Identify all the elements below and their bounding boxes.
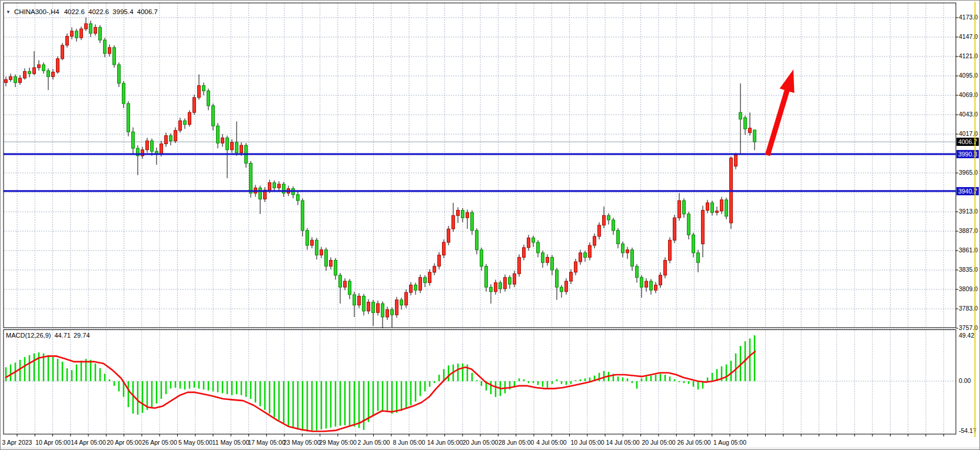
macd-bar [132,381,134,414]
macd-scale-zero: 0.00 [959,377,971,384]
candle [725,200,728,216]
macd-bar [566,381,567,385]
candle [711,203,714,213]
macd-bar [137,381,139,415]
candle [24,71,26,78]
candle [132,132,135,148]
status-strip [1,447,980,450]
macd-bar [636,381,638,389]
candle [504,278,507,289]
macd-bar [283,381,285,423]
candle [532,238,535,242]
candle [330,261,333,266]
time-axis-label: 14 Apr 05:00 [71,439,106,446]
candle [52,72,55,77]
macd-bar [504,381,506,394]
macd-bar [495,381,497,397]
ohlc-values-label: 4022.6 4022.6 3995.4 4006.7 [64,8,158,15]
candle [589,245,592,257]
candle [664,261,667,275]
macd-bar [52,357,54,381]
macd-bar [683,381,685,383]
time-axis-label: 3 Apr 2023 [2,439,32,446]
macd-bar [396,381,398,413]
chart-title: ▼CHINA300-,H44022.6 4022.6 3995.4 4006.7 [6,8,158,15]
macd-bar [462,364,464,381]
macd-panel-frame [4,330,956,435]
candle [574,262,577,272]
macd-bar [175,381,177,388]
macd-bar [307,381,308,432]
macd-values-label: 44.71 29.74 [54,332,89,339]
macd-bar [198,381,200,389]
macd-bar [622,378,624,381]
candle [127,104,130,132]
candle [221,138,224,143]
macd-bar [429,381,431,387]
macd-bar [641,378,643,381]
candle [622,244,624,253]
macd-bar [194,381,195,388]
macd-bar [669,376,671,381]
candle [57,59,59,72]
macd-bar [476,380,478,381]
candle [476,231,479,250]
macd-bar [627,378,629,381]
time-axis-label: 20 Jun 05:00 [463,439,499,446]
candle [687,214,690,235]
window-edge-accent [974,2,975,437]
candle [160,144,163,155]
macd-bar [236,381,238,394]
candle [367,302,370,311]
candle [28,71,31,74]
candle [579,253,582,262]
macd-bar [189,381,191,389]
macd-bar [325,381,327,429]
macd-bar [67,368,68,381]
candle [301,201,304,231]
time-axis-label: 29 May 05:00 [319,439,357,446]
candle [655,285,657,290]
candle [485,266,488,288]
macd-bar [222,381,224,394]
macd-bar [10,365,12,381]
candle [598,225,601,236]
candle [202,86,205,91]
macd-bar [368,381,370,422]
candle [461,211,464,218]
macd-bar [99,368,101,381]
candle [466,212,469,218]
candle [523,248,526,258]
candle [546,257,549,262]
macd-bar [321,381,323,429]
macd-bar [231,381,233,395]
candle [99,28,102,41]
candle [396,300,398,315]
macd-bar [570,381,572,384]
candle [231,142,234,150]
candle [471,212,474,231]
time-axis-label: 2 Jun 05:00 [358,439,390,446]
candle [570,272,573,281]
candle [438,255,441,266]
candle [9,76,12,79]
time-axis-label: 20 Jul 05:00 [642,439,675,446]
candle [645,281,648,287]
macd-bar [260,381,261,406]
collapse-chevron-icon[interactable]: ▼ [6,9,11,15]
macd-bar [227,381,228,394]
candle [659,275,662,285]
macd-bar [561,381,563,384]
up-arrow-annotation[interactable] [765,69,795,156]
candle [325,250,328,266]
time-axis-label: 10 Jul 05:00 [570,439,604,446]
macd-bar [434,381,436,383]
candle [198,86,201,98]
trading-chart-window: ▼CHINA300-,H44022.6 4022.6 3995.4 4006.7… [0,0,980,450]
macd-bar [128,381,129,407]
candle [66,36,69,45]
macd-bar [293,381,294,428]
window-edge-accent [975,2,976,437]
macd-bar [542,381,544,387]
candle [33,68,36,74]
